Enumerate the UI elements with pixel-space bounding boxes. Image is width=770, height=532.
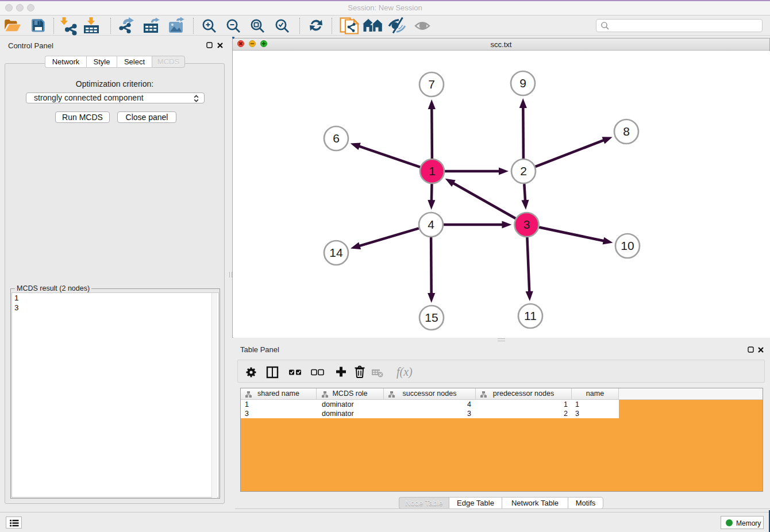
svg-text:9: 9	[519, 76, 526, 90]
svg-text:11: 11	[524, 309, 537, 322]
svg-text:2: 2	[520, 164, 527, 178]
svg-text:f(x): f(x)	[396, 365, 413, 379]
svg-text:10: 10	[621, 239, 634, 252]
svg-text:4: 4	[428, 218, 434, 231]
svg-text:6: 6	[333, 132, 340, 145]
svg-text:7: 7	[428, 78, 435, 91]
svg-text:1: 1	[429, 164, 436, 178]
svg-text:14: 14	[329, 246, 343, 259]
svg-text:8: 8	[623, 125, 630, 138]
svg-text:15: 15	[425, 311, 438, 324]
svg-text:3: 3	[523, 218, 530, 231]
